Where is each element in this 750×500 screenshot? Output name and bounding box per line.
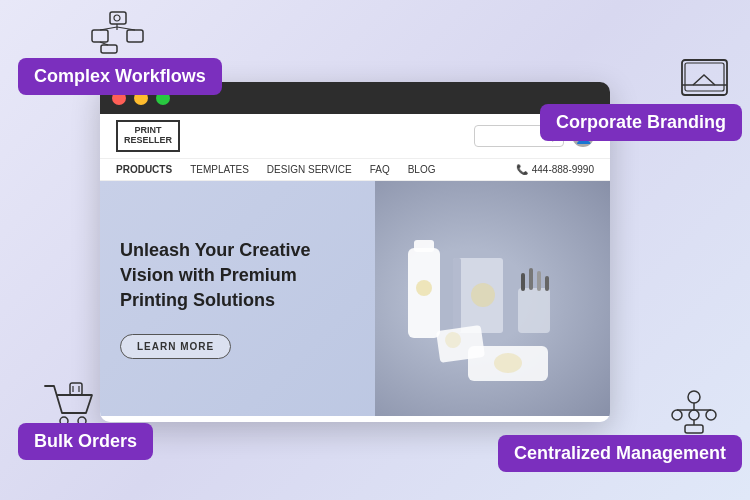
svg-point-31: [471, 283, 495, 307]
svg-point-17: [688, 391, 700, 403]
nav-templates[interactable]: TEMPLATES: [190, 164, 249, 175]
badge-bulk-orders: Bulk Orders: [18, 423, 153, 460]
browser-window: PRINT RESELLER 🔍 👤 PRODUCTS TEMPLATES DE…: [100, 82, 610, 422]
svg-rect-39: [435, 325, 484, 363]
svg-rect-33: [521, 273, 525, 291]
nav-design-service[interactable]: DESIGN SERVICE: [267, 164, 352, 175]
hero-learn-more-button[interactable]: LEARN MORE: [120, 334, 231, 359]
svg-rect-30: [453, 258, 461, 333]
badge-complex-workflows: Complex Workflows: [18, 58, 222, 95]
svg-line-5: [100, 27, 117, 30]
svg-point-20: [689, 410, 699, 420]
svg-point-19: [706, 410, 716, 420]
site-search: 🔍 👤: [190, 125, 594, 147]
svg-rect-9: [682, 60, 727, 95]
hero-section: Unleash Your Creative Vision with Premiu…: [100, 181, 610, 416]
site-nav: PRODUCTS TEMPLATES DESIGN SERVICE FAQ BL…: [100, 159, 610, 181]
phone-number: 📞 444-888-9990: [516, 164, 594, 175]
hero-image: [375, 181, 610, 416]
svg-rect-14: [70, 383, 82, 395]
site-logo: PRINT RESELLER: [116, 120, 180, 152]
svg-rect-3: [127, 30, 143, 42]
svg-point-18: [672, 410, 682, 420]
svg-rect-36: [545, 276, 549, 291]
nav-faq[interactable]: FAQ: [370, 164, 390, 175]
svg-point-38: [494, 353, 522, 373]
nav-products[interactable]: PRODUCTS: [116, 164, 172, 175]
svg-rect-27: [414, 240, 434, 252]
svg-rect-7: [101, 45, 117, 53]
hero-title: Unleash Your Creative Vision with Premiu…: [120, 238, 355, 314]
svg-rect-32: [518, 288, 550, 333]
hero-text: Unleash Your Creative Vision with Premiu…: [100, 181, 375, 416]
svg-point-28: [416, 280, 432, 296]
svg-point-1: [114, 15, 120, 21]
svg-rect-34: [529, 268, 533, 290]
svg-rect-2: [92, 30, 108, 42]
badge-centralized-management: Centralized Management: [498, 435, 742, 472]
centralized-management-icon: [667, 383, 722, 442]
nav-blog[interactable]: BLOG: [408, 164, 436, 175]
complex-workflows-icon: [90, 10, 145, 59]
badge-corporate-branding: Corporate Branding: [540, 104, 742, 141]
svg-rect-35: [537, 271, 541, 291]
svg-line-6: [117, 27, 135, 30]
website-content: PRINT RESELLER 🔍 👤 PRODUCTS TEMPLATES DE…: [100, 114, 610, 422]
site-header: PRINT RESELLER 🔍 👤: [100, 114, 610, 159]
product-illustration: [398, 198, 588, 398]
svg-rect-24: [685, 425, 703, 433]
svg-rect-0: [110, 12, 126, 24]
svg-rect-10: [685, 63, 724, 91]
